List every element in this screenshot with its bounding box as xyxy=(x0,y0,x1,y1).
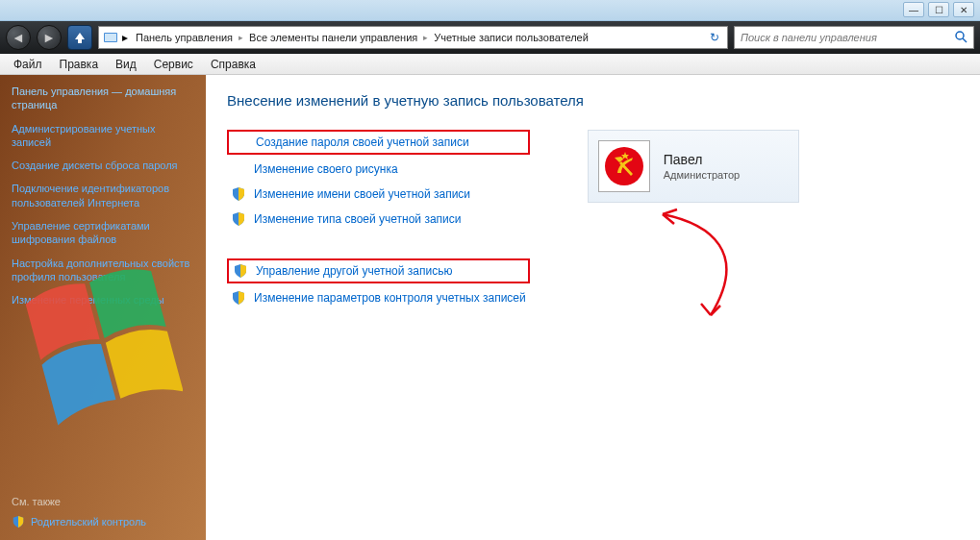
see-also-label: См. также xyxy=(12,496,146,507)
up-button[interactable] xyxy=(67,25,92,50)
control-panel-icon xyxy=(103,30,118,45)
titlebar: — ☐ ✕ xyxy=(0,0,980,21)
task-manage-other[interactable]: Управление другой учетной записью xyxy=(227,258,530,283)
menu-help[interactable]: Справка xyxy=(203,56,264,73)
task-label: Изменение имени своей учетной записи xyxy=(254,187,470,201)
task-label: Управление другой учетной записью xyxy=(256,264,452,278)
sidebar-link-0[interactable]: Администрирование учетных записей xyxy=(12,122,194,150)
svg-point-2 xyxy=(956,32,964,39)
search-icon[interactable] xyxy=(954,30,967,46)
close-button[interactable]: ✕ xyxy=(953,2,974,17)
back-button[interactable]: ◄ xyxy=(6,25,31,50)
content: Внесение изменений в учетную запись поль… xyxy=(206,75,980,540)
task-create-password[interactable]: Создание пароля своей учетной записи xyxy=(227,130,530,155)
task-label: Изменение параметров контроля учетных за… xyxy=(254,291,526,305)
task-label: Изменение типа своей учетной записи xyxy=(254,212,461,226)
breadcrumb: Панель управления ▸ Все элементы панели … xyxy=(132,30,592,45)
menubar: Файл Правка Вид Сервис Справка xyxy=(0,54,980,75)
search-input[interactable] xyxy=(741,32,950,43)
sidebar-bottom: См. также Родительский контроль xyxy=(12,496,146,528)
task-label: Изменение своего рисунка xyxy=(254,162,398,176)
user-name: Павел xyxy=(664,152,740,167)
task-change-name[interactable]: Изменение имени своей учетной записи xyxy=(227,184,530,205)
sidebar-link-5[interactable]: Изменение переменных среды xyxy=(12,293,194,307)
shield-icon xyxy=(231,211,246,227)
sidebar-link-2[interactable]: Подключение идентификаторов пользователе… xyxy=(12,182,194,209)
sidebar-link-3[interactable]: Управление сертификатами шифрования файл… xyxy=(12,219,194,247)
navbar: ◄ ► ▸ Панель управления ▸ Все элементы п… xyxy=(0,21,980,54)
breadcrumb-crumb-2[interactable]: Учетные записи пользователей xyxy=(430,30,592,45)
task-label: Создание пароля своей учетной записи xyxy=(256,135,469,149)
breadcrumb-sep: ▸ xyxy=(423,33,428,42)
svg-line-3 xyxy=(963,38,967,42)
window-controls: — ☐ ✕ xyxy=(903,2,974,17)
breadcrumb-crumb-1[interactable]: Все элементы панели управления xyxy=(245,30,421,45)
breadcrumb-sep: ▸ xyxy=(239,33,243,42)
task-area: Создание пароля своей учетной записи Изм… xyxy=(227,130,959,312)
parental-control-label: Родительский контроль xyxy=(31,516,146,528)
main-area: Панель управления — домашняя страница Ад… xyxy=(0,75,980,540)
user-info: Павел Администратор xyxy=(664,152,740,181)
shield-placeholder xyxy=(233,135,248,150)
parental-control-link[interactable]: Родительский контроль xyxy=(12,515,146,528)
address-bar[interactable]: ▸ Панель управления ▸ Все элементы панел… xyxy=(98,26,728,49)
task-change-picture[interactable]: Изменение своего рисунка xyxy=(227,159,530,180)
menu-edit[interactable]: Правка xyxy=(52,56,107,73)
task-list: Создание пароля своей учетной записи Изм… xyxy=(227,130,530,312)
user-card: Павел Администратор xyxy=(588,130,799,203)
breadcrumb-sep: ▸ xyxy=(122,31,128,44)
shield-icon xyxy=(231,186,246,202)
refresh-button[interactable]: ↻ xyxy=(706,31,723,44)
shield-icon xyxy=(233,263,248,279)
maximize-button[interactable]: ☐ xyxy=(928,2,949,17)
minimize-button[interactable]: — xyxy=(903,2,924,17)
task-gap xyxy=(227,233,530,258)
breadcrumb-crumb-0[interactable]: Панель управления xyxy=(132,30,237,45)
sidebar-link-4[interactable]: Настройка дополнительных свойств профиля… xyxy=(12,257,194,284)
sidebar-link-1[interactable]: Создание дискеты сброса пароля xyxy=(12,159,194,172)
shield-icon xyxy=(231,290,246,306)
menu-tools[interactable]: Сервис xyxy=(146,56,201,73)
page-title: Внесение изменений в учетную запись поль… xyxy=(227,92,959,109)
user-role: Администратор xyxy=(664,169,740,181)
task-uac-settings[interactable]: Изменение параметров контроля учетных за… xyxy=(227,287,530,308)
shield-placeholder xyxy=(231,161,246,177)
menu-file[interactable]: Файл xyxy=(6,56,50,73)
task-change-type[interactable]: Изменение типа своей учетной записи xyxy=(227,209,530,230)
sidebar: Панель управления — домашняя страница Ад… xyxy=(0,75,206,540)
menu-view[interactable]: Вид xyxy=(108,56,144,73)
avatar-icon xyxy=(600,142,648,190)
titlebar-blur xyxy=(0,0,13,20)
sidebar-home-link[interactable]: Панель управления — домашняя страница xyxy=(12,85,194,112)
search-bar[interactable] xyxy=(734,26,974,49)
svg-rect-1 xyxy=(105,34,116,41)
shield-icon xyxy=(12,515,25,528)
forward-button[interactable]: ► xyxy=(37,25,62,50)
user-avatar xyxy=(598,140,650,192)
